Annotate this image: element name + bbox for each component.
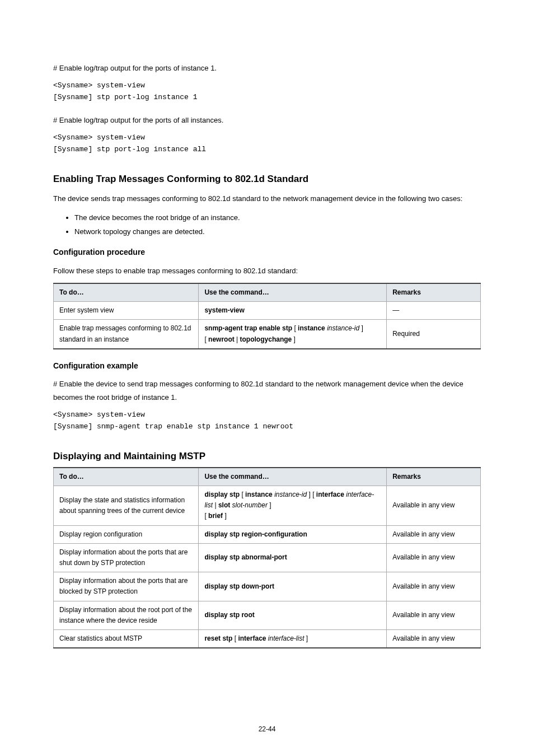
command: reset stp [204, 634, 232, 642]
heading-display: Displaying and Maintaining MSTP [53, 449, 481, 464]
paragraph: Follow these steps to enable trap messag… [53, 264, 481, 277]
paragraph: The device sends trap messages conformin… [53, 192, 481, 205]
command-arg: interface-list [268, 634, 305, 642]
bullet-list: The device becomes the root bridge of an… [53, 211, 481, 239]
table-header: Use the command… [199, 468, 387, 486]
code-line: [Sysname] snmp-agent trap enable stp ins… [53, 421, 481, 433]
command: display stp region-configuration [204, 530, 307, 538]
bracket: ] [268, 501, 271, 509]
table-cell: display stp down-port [199, 572, 387, 601]
table-cell: — [387, 302, 481, 320]
bracket: ] [305, 634, 308, 642]
code-line: <Sysname> system-view [53, 80, 481, 92]
command: display stp abnormal-port [204, 553, 287, 561]
table-cell: Available in any view [387, 525, 481, 543]
code-line: <Sysname> system-view [53, 132, 481, 144]
table-cell: display stp [ instance instance-id ] [ i… [199, 486, 387, 526]
table-cell: Display information about the ports that… [54, 543, 199, 572]
table-cell: Enable trap messages conforming to 802.1… [54, 320, 199, 349]
code-line: [Sysname] stp port-log instance all [53, 144, 481, 156]
command-arg: instance-id [327, 324, 359, 332]
heading-trap-config: Configuration procedure [53, 246, 481, 258]
heading-trap: Enabling Trap Messages Conforming to 802… [53, 171, 481, 186]
table-header: Use the command… [199, 283, 387, 302]
table-row: Display the state and statistics informa… [54, 486, 481, 526]
command-arg: slot-number [232, 501, 268, 509]
table-cell: display stp region-configuration [199, 525, 387, 543]
command-keyword: slot [218, 501, 230, 509]
paragraph: # Enable log/trap output for the ports o… [53, 114, 481, 127]
table-row: Clear statistics about MSTP reset stp [ … [54, 629, 481, 648]
table-cell: Available in any view [387, 543, 481, 572]
table-cell: Required [387, 320, 481, 349]
paragraph: # Enable log/trap output for the ports o… [53, 62, 481, 74]
list-item: The device becomes the root bridge of an… [74, 211, 481, 224]
paragraph: # Enable the device to send trap message… [53, 377, 481, 404]
table-cell: Display information about the ports that… [54, 572, 199, 601]
code-line: [Sysname] stp port-log instance 1 [53, 92, 481, 104]
command-keyword: interface [316, 491, 344, 498]
table-row: Enable trap messages conforming to 802.1… [54, 320, 481, 349]
table-cell: system-view [199, 302, 387, 320]
table-header: Remarks [387, 468, 481, 486]
heading-trap-example: Configuration example [53, 360, 481, 372]
code-line: <Sysname> system-view [53, 409, 481, 421]
command: snmp-agent trap enable stp [204, 324, 294, 332]
bracket: ] [ [307, 491, 316, 498]
table-cell: Display the state and statistics informa… [54, 486, 199, 526]
table-row: Enter system view system-view — [54, 302, 481, 320]
table-row: Display information about the ports that… [54, 572, 481, 601]
separator: | [235, 335, 240, 343]
command-keyword: brief [208, 512, 223, 520]
table-cell: display stp abnormal-port [199, 543, 387, 572]
code-block: <Sysname> system-view [Sysname] stp port… [53, 80, 481, 104]
command-keyword: newroot [208, 335, 235, 343]
command-keyword: instance [298, 324, 325, 332]
bracket: ] [223, 512, 227, 520]
table-row: Display information about the root port … [54, 601, 481, 629]
table-row: Display region configuration display stp… [54, 525, 481, 543]
table-cell: Available in any view [387, 572, 481, 601]
table-header: To do… [54, 468, 199, 486]
command-keyword: instance [245, 491, 273, 498]
code-block: <Sysname> system-view [Sysname] stp port… [53, 132, 481, 156]
separator: | [213, 501, 218, 509]
table-cell: Enter system view [54, 302, 199, 320]
table-cell: Clear statistics about MSTP [54, 629, 199, 648]
list-item: Network topology changes are detected. [74, 225, 481, 238]
table-cell: display stp root [199, 601, 387, 629]
command: display stp [204, 491, 240, 498]
table-cell: Available in any view [387, 486, 481, 526]
trap-config-table: To do… Use the command… Remarks Enter sy… [53, 283, 481, 349]
page: # Enable log/trap output for the ports o… [0, 0, 534, 756]
command: display stp root [204, 611, 254, 619]
command: display stp down-port [204, 582, 274, 590]
bracket: [ [232, 634, 238, 642]
code-block: <Sysname> system-view [Sysname] snmp-age… [53, 409, 481, 433]
table-cell: Available in any view [387, 629, 481, 648]
table-row: Display information about the ports that… [54, 543, 481, 572]
table-header: To do… [54, 283, 199, 302]
page-number: 22-44 [0, 724, 534, 735]
bracket: ] [292, 335, 296, 343]
table-cell: Display information about the root port … [54, 601, 199, 629]
table-cell: snmp-agent trap enable stp [ instance in… [199, 320, 387, 349]
table-cell: reset stp [ interface interface-list ] [199, 629, 387, 648]
display-table: To do… Use the command… Remarks Display … [53, 467, 481, 648]
table-header: Remarks [387, 283, 481, 302]
command-keyword: topologychange [240, 335, 292, 343]
command-keyword: interface [238, 634, 266, 642]
table-cell: Display region configuration [54, 525, 199, 543]
table-cell: Available in any view [387, 601, 481, 629]
bracket: [ [240, 491, 245, 498]
command-arg: instance-id [274, 491, 307, 498]
command: system-view [204, 306, 244, 314]
bracket: ] [359, 324, 363, 332]
